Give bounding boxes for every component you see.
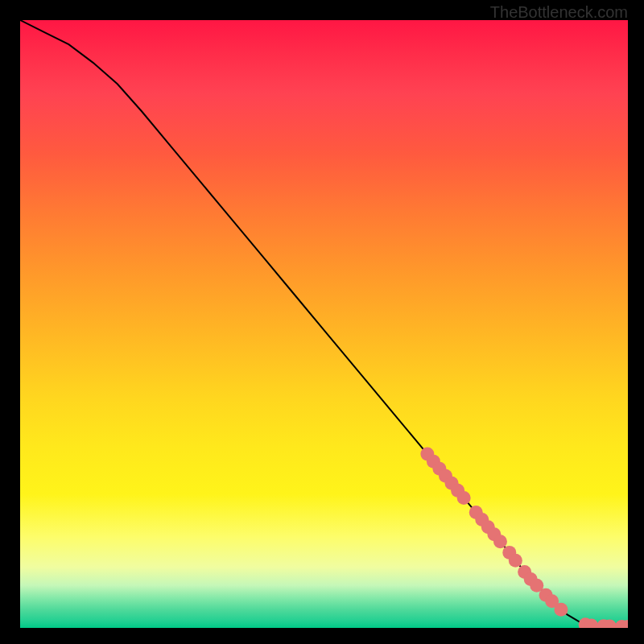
curve-line [20,20,628,626]
data-marker [509,554,522,568]
watermark-text: TheBottleneck.com [490,3,628,22]
data-marker [457,491,471,505]
plot-area [20,20,628,628]
data-marker [554,603,568,617]
chart-svg [20,20,628,628]
data-marker [493,535,507,548]
data-markers [420,448,628,628]
